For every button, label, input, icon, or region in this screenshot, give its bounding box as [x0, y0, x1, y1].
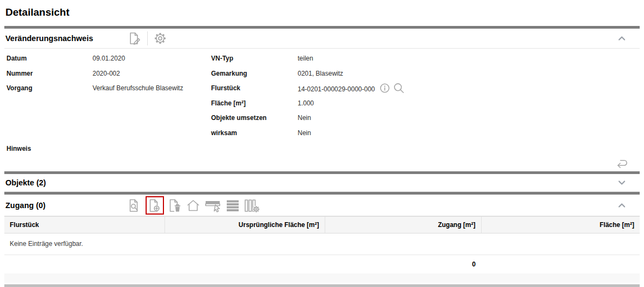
field-value: Nein [298, 129, 311, 137]
vn-footer-actions [4, 156, 640, 171]
field-label: Vorgang [4, 84, 93, 92]
field-label: Gemarkung [211, 70, 298, 77]
field-label: Nummer [4, 70, 93, 77]
field-gemarkung: Gemarkung 0201, Blasewitz [211, 67, 640, 82]
rows-list-button[interactable] [226, 198, 240, 213]
toolbar-divider [147, 31, 148, 45]
home-icon [186, 198, 201, 213]
select-row-button[interactable] [205, 198, 222, 213]
search-button[interactable] [393, 82, 405, 94]
field-wirksam: wirksam Nein [211, 126, 640, 142]
section-title-veraenderungsnachweis: Veränderungsnachweis [4, 34, 128, 43]
table-empty-row: Keine Einträge verfügbar. [4, 233, 640, 255]
table-header-row: Flurstück Ursprüngliche Fläche [m²] Zuga… [4, 217, 640, 233]
rows-list-icon [226, 198, 240, 213]
document-view-icon [128, 198, 142, 213]
field-label: VN-Typ [211, 55, 298, 62]
field-value: teilen [298, 55, 313, 62]
select-row-icon [205, 198, 222, 213]
document-delete-button[interactable] [168, 198, 182, 213]
field-label: Fläche [m²] [211, 99, 298, 107]
field-flurstueck: Flurstück 14-0201-000029-0000-000 [211, 82, 640, 97]
field-value: 1.000 [298, 99, 314, 107]
field-label: Objekte umsetzen [211, 114, 298, 122]
document-add-highlight [146, 196, 164, 215]
vn-toolbar [128, 31, 167, 45]
undo-return-button[interactable] [615, 157, 629, 169]
field-value: Nein [298, 114, 311, 122]
field-label: wirksam [211, 129, 298, 137]
column-header-zugang: Zugang [m²] [325, 217, 481, 233]
table-sum-row: 0 [4, 255, 640, 274]
section-header-objekte[interactable]: Objekte (2) [4, 174, 640, 192]
page-title: Detailansicht [4, 0, 640, 26]
column-header-urspruengliche-flaeche: Ursprüngliche Fläche [m²] [165, 217, 325, 233]
bottom-divider-bar [4, 284, 640, 287]
zugang-table: Flurstück Ursprüngliche Fläche [m²] Zuga… [4, 216, 640, 273]
search-icon [393, 82, 405, 94]
collapse-section-button[interactable] [617, 201, 640, 210]
table-footer-strip [4, 273, 640, 283]
settings-gear-button[interactable] [153, 31, 167, 45]
column-header-flurstueck: Flurstück [4, 217, 165, 233]
field-vorgang: Vorgang Verkauf Berufsschule Blasewitz [4, 82, 211, 97]
info-button[interactable] [379, 83, 390, 94]
vn-fields: Datum 09.01.2020 Nummer 2020-002 Vorgang… [4, 49, 640, 141]
configure-columns-icon [244, 198, 261, 213]
field-label: Hinweis [4, 145, 93, 156]
home-button[interactable] [186, 198, 201, 213]
document-delete-icon [168, 198, 182, 213]
configure-columns-button[interactable] [244, 198, 261, 213]
column-header-flaeche: Fläche [m²] [481, 217, 640, 233]
section-title-zugang: Zugang (0) [4, 201, 128, 210]
document-add-button[interactable] [148, 198, 162, 213]
chevron-up-icon [617, 34, 627, 43]
field-value: Verkauf Berufsschule Blasewitz [93, 84, 183, 92]
expand-section-button[interactable] [617, 178, 640, 188]
chevron-up-icon [617, 201, 627, 210]
field-datum: Datum 09.01.2020 [4, 52, 211, 67]
field-flaeche: Fläche [m²] 1.000 [211, 97, 640, 112]
section-header-zugang: Zugang (0) [4, 195, 640, 216]
field-value: 14-0201-000029-0000-000 [298, 85, 375, 93]
section-title-objekte: Objekte (2) [4, 178, 128, 187]
zugang-toolbar [128, 196, 261, 215]
edit-document-button[interactable] [128, 31, 142, 45]
document-add-icon [148, 198, 162, 213]
info-icon [379, 83, 390, 94]
empty-message: Keine Einträge verfügbar. [4, 233, 640, 255]
chevron-down-icon [617, 178, 627, 188]
field-hinweis: Hinweis [4, 141, 640, 156]
collapse-section-button[interactable] [617, 34, 640, 43]
field-value: 2020-002 [93, 70, 120, 77]
field-nummer: Nummer 2020-002 [4, 67, 211, 82]
document-view-button[interactable] [128, 198, 142, 213]
field-value: 09.01.2020 [93, 55, 125, 62]
sum-zugang-value: 0 [325, 255, 481, 274]
field-label: Datum [4, 55, 93, 62]
field-label: Flurstück [211, 84, 298, 92]
field-objekte-umsetzen: Objekte umsetzen Nein [211, 111, 640, 126]
section-header-veraenderungsnachweis: Veränderungsnachweis [4, 29, 640, 49]
field-vn-typ: VN-Typ teilen [211, 52, 640, 67]
detail-view: Detailansicht Veränderungsnachweis [0, 0, 644, 287]
field-value: 0201, Blasewitz [298, 70, 343, 77]
undo-return-icon [615, 157, 629, 169]
